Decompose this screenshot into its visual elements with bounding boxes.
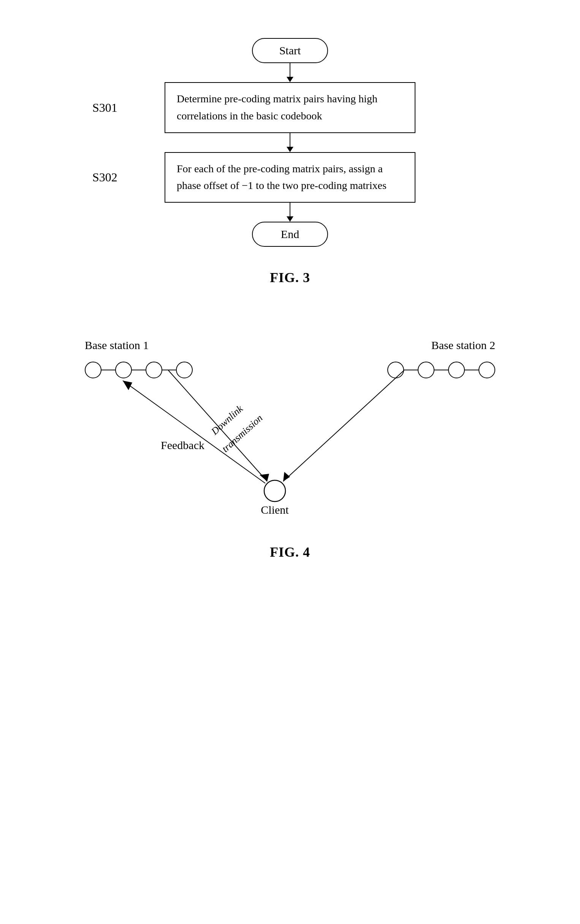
step2-row: S302 For each of the pre-coding matrix p… — [138, 152, 442, 203]
arrow-1 — [287, 63, 293, 82]
fig3-label: FIG. 3 — [270, 270, 310, 285]
s302-label: S302 — [92, 170, 117, 185]
end-label: End — [281, 228, 299, 240]
arrow-head-2 — [287, 147, 293, 152]
start-label: Start — [279, 44, 301, 57]
step2-box: For each of the pre-coding matrix pairs,… — [165, 152, 415, 203]
start-shape: Start — [252, 38, 328, 63]
end-shape: End — [252, 222, 328, 247]
flowchart: Start S301 Determine pre-coding matrix p… — [138, 38, 442, 247]
diagram-svg: Client Downlink transmission Feedback — [62, 331, 518, 529]
downlink-bs2-line — [283, 370, 404, 482]
step1-text: Determine pre-coding matrix pairs having… — [177, 93, 377, 122]
step2-text: For each of the pre-coding matrix pairs,… — [177, 163, 387, 191]
fig3-container: Start S301 Determine pre-coding matrix p… — [30, 23, 550, 285]
arrow-line-1 — [290, 63, 290, 77]
client-label: Client — [261, 503, 289, 516]
page: Start S301 Determine pre-coding matrix p… — [0, 0, 580, 924]
downlink-bs2-arrow — [283, 472, 290, 482]
arrow-head-1 — [287, 77, 293, 82]
arrow-3 — [287, 203, 293, 222]
arrow-line-2 — [290, 133, 290, 147]
step1-row: S301 Determine pre-coding matrix pairs h… — [138, 82, 442, 133]
fig4-label: FIG. 4 — [270, 544, 310, 560]
fig4-container: Base station 1 Base station 2 — [30, 331, 550, 560]
client-circle — [264, 480, 285, 502]
feedback-label: Feedback — [161, 439, 204, 451]
s301-label: S301 — [92, 101, 117, 114]
feedback-arrow — [123, 381, 132, 390]
arrow-2 — [287, 133, 293, 152]
arrow-line-3 — [290, 203, 290, 216]
network-diagram: Base station 1 Base station 2 — [62, 331, 518, 529]
arrow-head-3 — [287, 216, 293, 222]
step1-box: Determine pre-coding matrix pairs having… — [165, 82, 415, 133]
